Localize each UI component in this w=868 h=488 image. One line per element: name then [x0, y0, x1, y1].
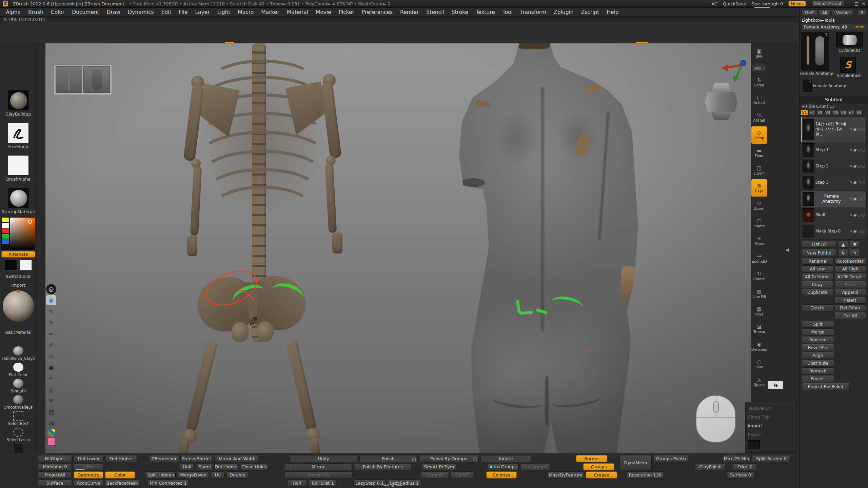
menu-item[interactable]: Edit: [158, 8, 175, 16]
right-shelf-button[interactable]: ◪ Transp: [751, 320, 767, 338]
right-shelf-button[interactable]: ½ AAHalf: [751, 109, 767, 126]
alpha-brushalpha[interactable]: BrushAlpha: [0, 155, 37, 182]
menu-item[interactable]: Render: [396, 8, 422, 16]
version-tab[interactable]: V3: [816, 110, 824, 116]
bottom-tray-button[interactable]: ProjectAll: [38, 471, 72, 479]
annotation-tool-icon[interactable]: ◉: [46, 295, 56, 305]
version-tab[interactable]: V7: [848, 110, 855, 116]
bottom-tray-button[interactable]: DelMT: [451, 471, 473, 479]
annotation-tool-icon[interactable]: ▥: [46, 418, 56, 428]
color-swatch[interactable]: [1, 233, 9, 239]
subtool-op-button[interactable]: Split: [802, 321, 834, 328]
bottom-tray-button[interactable]: Groups: [583, 463, 614, 470]
subtool-op-button[interactable]: Distribute: [802, 360, 834, 367]
menu-item[interactable]: Picker: [335, 8, 358, 16]
tray-collapse-arrow-icon[interactable]: ◀: [785, 247, 789, 253]
subtool-row[interactable]: Step 3 ✎ ◉ ○ ○: [801, 175, 866, 191]
right-shelf-button[interactable]: ↻ Rotate: [751, 267, 767, 285]
annotation-tool-icon[interactable]: ↖: [46, 306, 56, 317]
menu-item[interactable]: Zscript: [577, 8, 603, 16]
right-shelf-button[interactable]: ○ Solo: [751, 355, 767, 373]
palette-item[interactable]: SelectRect: [0, 411, 37, 428]
import-color-button[interactable]: Import: [0, 283, 37, 288]
bottom-tray-button[interactable]: Morph UV: [285, 471, 353, 479]
right-shelf-button[interactable]: ⊙ Zoom: [751, 197, 767, 214]
right-shelf-button[interactable]: ▤ Line Fill: [751, 285, 767, 302]
tray-scroll-widget[interactable]: ◀◀ ▲ ▶▶: [383, 483, 402, 487]
bottom-tray-button[interactable]: Min Connected 1: [148, 480, 189, 487]
switch-color-button[interactable]: SwitchColor: [0, 274, 37, 279]
bottom-tray-button[interactable]: Colorize: [486, 471, 517, 479]
subtool-toggle-icon[interactable]: ○: [862, 148, 865, 152]
subtool-eye-icon[interactable]: ◉: [853, 180, 856, 185]
annotation-tool-icon[interactable]: ✐: [46, 340, 56, 350]
subtool-brush-icon[interactable]: ✎: [849, 164, 852, 168]
subtool-section-header[interactable]: Subtool: [800, 96, 868, 103]
move-out-folder-button[interactable]: ↰: [850, 249, 860, 256]
subtool-op-button[interactable]: Merge: [802, 328, 834, 336]
subtool-row[interactable]: Step 2 ✎ ◉ ○ ○: [801, 158, 866, 175]
tray-top-button[interactable]: Visible: [832, 9, 854, 16]
scroll-up-icon[interactable]: ▲: [391, 483, 394, 487]
menu-item[interactable]: File: [175, 8, 192, 16]
annotation-tool-icon[interactable]: ▦: [47, 429, 55, 437]
subtool-action-button[interactable]: Rename: [802, 258, 833, 265]
default-zscript-button[interactable]: DefaultZscript: [811, 1, 844, 6]
scroll-right-icon[interactable]: ▶▶: [397, 483, 402, 487]
texture-panel-button[interactable]: Export: [748, 430, 794, 439]
bottom-tray-button[interactable]: MidValue 0: [38, 463, 72, 470]
menu-item[interactable]: Preferences: [358, 8, 396, 16]
bottom-tray-button[interactable]: Uv: [211, 471, 224, 479]
subtool-action-button[interactable]: Del Other: [834, 304, 866, 311]
move-into-folder-button[interactable]: ↳: [838, 249, 848, 256]
hue-swatches[interactable]: [1, 217, 9, 250]
subtool-action-button[interactable]: Insert: [834, 297, 866, 304]
subtool-toggle-icon[interactable]: ○: [862, 213, 865, 217]
subtool-toggle-icon[interactable]: ○: [857, 213, 861, 217]
bottom-tray-button[interactable]: Polish By Features: [354, 463, 412, 470]
stroke-freehand[interactable]: FreeHand: [0, 123, 37, 149]
menu-item[interactable]: Help: [603, 8, 622, 16]
move-up-button[interactable]: ▲: [838, 241, 848, 248]
menu-item[interactable]: Color: [47, 8, 68, 16]
color-swatch[interactable]: [1, 228, 9, 233]
right-shelf-button[interactable]: SPix 3: [751, 64, 767, 72]
bottom-tray-button[interactable]: Edge 0: [733, 463, 757, 470]
bottom-tray-button[interactable]: Del Higher: [106, 455, 137, 462]
subtool-eye-icon[interactable]: ◉: [853, 148, 856, 152]
annotation-tool-icon[interactable]: ◎: [46, 284, 56, 294]
bottom-tray-button[interactable]: Mirror And Weld: [214, 455, 258, 462]
subtool-toggle-icon[interactable]: ○: [862, 229, 865, 233]
version-tab[interactable]: V5: [832, 110, 839, 116]
bottom-tray-button[interactable]: Max 25 Min: [723, 455, 750, 462]
tool-thumb-female-anatomy[interactable]: 7: [801, 32, 829, 70]
subtool-brush-icon[interactable]: ✎: [849, 148, 852, 152]
palette-item[interactable]: FabioPaiva_Clay2: [0, 346, 37, 363]
bottom-tray-button[interactable]: LazyStep 0.1: [353, 480, 386, 487]
right-shelf-button[interactable]: ⇅ Scroll: [751, 74, 767, 91]
subtool-op-button[interactable]: Project: [802, 375, 834, 382]
subtool-action-button[interactable]: All To Home: [802, 273, 833, 280]
minimize-icon[interactable]: –: [849, 1, 851, 6]
bottom-tray-button[interactable]: FillObject: [38, 455, 72, 462]
current-material-sphere[interactable]: [3, 290, 34, 322]
right-shelf-button[interactable]: ▣ BPR: [751, 45, 767, 62]
subtool-op-button[interactable]: Boolean: [802, 336, 834, 343]
menu-item[interactable]: Dynamics: [124, 8, 157, 16]
document-canvas[interactable]: ✎: [37, 43, 751, 453]
new-folder-button[interactable]: New Folder: [802, 249, 837, 256]
tool-thumb-female-anatomy-2[interactable]: 7: [803, 80, 812, 92]
palette-item[interactable]: Smooth: [0, 379, 37, 395]
subtool-row[interactable]: Make Step 0 ✎ ◉ ○ ○: [801, 223, 866, 240]
bottom-tray-button[interactable]: Polish By Groups: [419, 455, 478, 462]
black-swatch[interactable]: [5, 260, 17, 270]
right-shelf-button[interactable]: ↔ Zoom3D: [751, 250, 767, 267]
subtool-action-button[interactable]: Copy: [802, 281, 833, 288]
bottom-tray-button[interactable]: Uv Groups: [521, 463, 551, 470]
subtool-toggle-icon[interactable]: ○: [857, 229, 861, 233]
menu-item[interactable]: Material: [283, 8, 312, 16]
menu-item[interactable]: Movie: [312, 8, 335, 16]
menu-item[interactable]: Alpha: [2, 8, 24, 16]
subtool-op-button[interactable]: Project BasRelief: [802, 383, 850, 390]
subtool-op-button[interactable]: Align: [802, 352, 834, 359]
